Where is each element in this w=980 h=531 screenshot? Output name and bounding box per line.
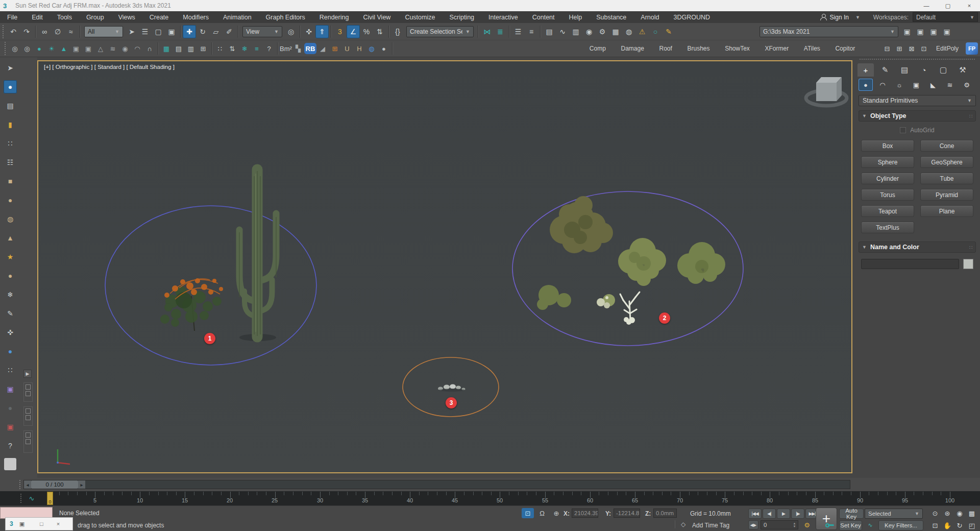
category-space-warps[interactable]: ≋ <box>943 79 957 91</box>
rectangular-selection-region-button[interactable]: ▢ <box>152 25 165 38</box>
panel-tool-icon[interactable]: ▤ <box>4 99 17 112</box>
track-bar[interactable]: ∿ 51015202530354045505560657075808590951… <box>0 491 980 505</box>
viewport-label[interactable]: [+] [ Orthographic ] [ Standard ] [ Defa… <box>44 64 175 70</box>
tan-box-icon[interactable]: ■ <box>4 175 17 188</box>
grass-tool-icon[interactable]: ≋ <box>107 42 119 55</box>
restore-button[interactable]: ▢ <box>937 0 959 11</box>
menu-item[interactable]: Graph Editors <box>259 11 312 23</box>
add-time-tag-button[interactable]: Add Time Tag <box>692 522 729 529</box>
key-filters-button[interactable]: Key Filters... <box>878 520 923 530</box>
viewport-layout-1-icon[interactable]: ⊟ <box>881 42 893 55</box>
align-button[interactable]: ≣ <box>494 25 507 38</box>
key-mode-toggle[interactable]: ◀▶ <box>748 520 758 529</box>
scene-explorer-button-2[interactable]: ▣ <box>914 25 927 38</box>
scene-explorer-button-3[interactable]: ▣ <box>927 25 940 38</box>
toolbar-grip[interactable] <box>19 480 20 489</box>
select-and-link-button[interactable]: ∞ <box>38 25 51 38</box>
toggle-layer-explorer-button[interactable]: ≡ <box>525 25 538 38</box>
purple-box-tool-icon[interactable]: ▣ <box>4 382 17 396</box>
menu-item[interactable]: Scripting <box>442 11 481 23</box>
current-frame-marker[interactable]: 0 <box>47 492 53 505</box>
spinner-snap-toggle[interactable]: ⇅ <box>373 25 386 38</box>
dots-tool-icon[interactable]: ∷ <box>4 364 17 377</box>
custom-toolbar-button[interactable]: Damage <box>618 44 647 53</box>
category-helpers[interactable]: ◣ <box>926 79 940 91</box>
flame-tool-icon[interactable]: △ <box>94 42 107 55</box>
name-and-color-rollout-header[interactable]: ▼ Name and Color ∷ <box>859 242 976 253</box>
layout-b-icon[interactable]: ▥ <box>185 42 197 55</box>
menu-item[interactable]: Modifiers <box>176 11 216 23</box>
object-type-button[interactable]: Torus <box>861 189 914 201</box>
previous-frame-button[interactable]: ◀| <box>763 509 776 519</box>
pan-icon[interactable]: ✋ <box>942 520 953 531</box>
object-type-button[interactable]: Sphere <box>861 156 914 168</box>
menu-item[interactable]: Create <box>142 11 176 23</box>
set-key-button[interactable]: Set Key <box>839 520 862 530</box>
bm2-button[interactable]: Bm² <box>280 42 292 55</box>
undo-button[interactable]: ↶ <box>7 25 20 38</box>
sphere-tool-icon[interactable]: ● <box>4 269 17 282</box>
docked-mini-toolbar[interactable] <box>23 406 33 426</box>
set-keys-button[interactable]: + <box>816 508 837 530</box>
use-pivot-point-center-button[interactable]: ◎ <box>284 25 298 38</box>
object-color-swatch[interactable] <box>963 259 973 269</box>
schematic-view-button[interactable]: ▥ <box>569 25 582 38</box>
torus-tool-icon[interactable]: ◍ <box>4 212 17 226</box>
toggle-ribbon-button[interactable]: ▤ <box>543 25 556 38</box>
object-type-button[interactable]: Tube <box>920 173 973 184</box>
scene-explorer-button-1[interactable]: ▣ <box>900 25 914 38</box>
zoom-icon[interactable]: ⊙ <box>929 508 941 519</box>
menu-item[interactable]: Arnold <box>633 11 666 23</box>
blue-ball-tool-icon[interactable]: ● <box>4 345 17 358</box>
object-type-button[interactable]: Cylinder <box>861 173 914 184</box>
window-tool-icon[interactable]: ▦ <box>160 42 173 55</box>
gold-cylinder-icon[interactable]: ▮ <box>4 118 17 131</box>
select-and-place-button[interactable]: ✐ <box>223 25 236 38</box>
red-box-tool-icon[interactable]: ▣ <box>4 420 17 433</box>
tiles-icon[interactable]: ⊞ <box>329 42 341 55</box>
menu-item[interactable]: Customize <box>398 11 442 23</box>
egg-tool-icon[interactable]: ● <box>33 42 45 55</box>
custom-toolbar-button[interactable]: ShowTex <box>722 44 753 53</box>
default-tangent-button[interactable]: ∿ <box>864 520 876 530</box>
select-cursor-icon[interactable]: ➤ <box>4 61 17 75</box>
dots-tool-icon[interactable]: ∷ <box>214 42 226 55</box>
category-systems[interactable]: ⚙ <box>960 79 974 91</box>
maximize-viewport-icon[interactable]: ◰ <box>966 520 977 531</box>
isolate-selection-toggle[interactable]: ⊡ <box>522 508 534 518</box>
align-x-icon[interactable]: ⇅ <box>226 42 238 55</box>
custom-toolbar-button[interactable]: Copitor <box>832 44 858 53</box>
viewport-layout-2-icon[interactable]: ⊞ <box>893 42 905 55</box>
dots-grid-icon[interactable]: ∷ <box>4 137 17 150</box>
menu-item[interactable]: Content <box>525 11 562 23</box>
render-production-button[interactable]: ◍ <box>622 25 635 38</box>
list-tool-icon[interactable]: ≡ <box>251 42 263 55</box>
minimize-button[interactable]: — <box>916 0 937 11</box>
angle-snap-toggle[interactable]: ∠ <box>347 25 360 38</box>
selection-lock-icon[interactable]: Ω <box>536 508 548 518</box>
menu-item[interactable]: 3DGROUND <box>666 11 717 23</box>
absolute-mode-toggle[interactable]: ⊕ <box>550 508 562 518</box>
scene-explorer-button-4[interactable]: ▣ <box>940 25 953 38</box>
tab-display[interactable]: ▢ <box>935 63 951 77</box>
tab-hierarchy[interactable]: ▤ <box>896 63 913 77</box>
gray-sphere-icon[interactable]: ● <box>378 42 390 55</box>
docked-mini-toolbar[interactable] <box>23 430 33 453</box>
editpoly-button[interactable]: EditPoly <box>936 45 959 52</box>
layout-a-icon[interactable]: ▤ <box>173 42 185 55</box>
object-type-rollout-header[interactable]: ▼ Object Type ∷ <box>859 110 976 122</box>
menu-item[interactable]: Views <box>111 11 142 23</box>
zoom-all-icon[interactable]: ⊛ <box>942 508 953 519</box>
menu-item[interactable]: Rendering <box>312 11 356 23</box>
toolbar-grip[interactable] <box>5 42 6 55</box>
project-folder-dropdown[interactable]: G:\3ds Max 2021 ▼ <box>760 26 898 37</box>
z-coordinate-field[interactable]: 0.0mm <box>653 509 677 518</box>
help-tool-icon[interactable]: ? <box>263 42 275 55</box>
star-tool-icon[interactable]: ★ <box>4 250 17 263</box>
custom-toolbar-button[interactable]: ATiles <box>801 44 823 53</box>
time-configuration-button[interactable]: ⚙ <box>802 520 812 529</box>
tab-create[interactable]: + <box>857 63 874 77</box>
rendered-frame-window-button[interactable]: ▦ <box>609 25 622 38</box>
custom-toolbar-button[interactable]: XFormer <box>762 44 792 53</box>
menu-item[interactable]: Animation <box>216 11 259 23</box>
